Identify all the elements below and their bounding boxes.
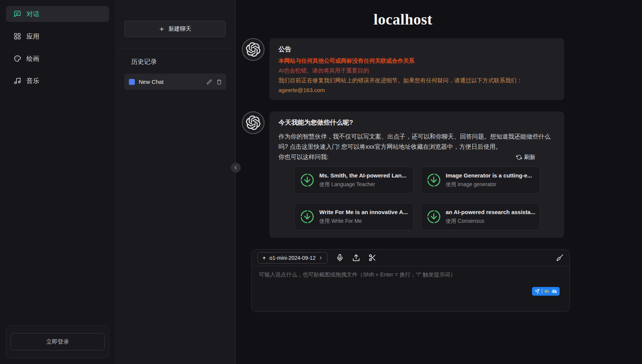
composer-input-area: 4k — [252, 266, 569, 312]
edit-icon[interactable] — [207, 79, 212, 85]
chat-list-header: 新建聊天 — [115, 0, 235, 48]
new-chat-button[interactable]: 新建聊天 — [124, 21, 226, 37]
refresh-label: 刷新 — [524, 154, 535, 161]
sidebar: 对话 应用 绘画 音乐 立即登录 — [0, 0, 115, 364]
message-input[interactable] — [259, 271, 562, 295]
history-heading: 历史记录 — [124, 57, 226, 66]
composer-toolbar: o1-mini-2024-09-12 — [252, 250, 569, 266]
new-chat-label: 新建聊天 — [169, 25, 191, 32]
palette-icon — [14, 55, 21, 62]
openai-logo-icon — [246, 42, 260, 57]
login-panel: 立即登录 — [6, 325, 109, 358]
login-button[interactable]: 立即登录 — [11, 333, 105, 350]
suggestion-title: Write For Me is an innovative A... — [319, 209, 408, 215]
download-circle-icon — [300, 173, 314, 187]
clear-broom-icon[interactable] — [556, 254, 564, 262]
sidebar-item-apps[interactable]: 应用 — [6, 28, 109, 44]
sidebar-item-music[interactable]: 音乐 — [6, 73, 109, 89]
sidebar-item-label: 对话 — [26, 10, 39, 19]
sidebar-item-chat[interactable]: 对话 — [6, 6, 109, 22]
download-circle-icon — [427, 210, 441, 224]
assistant-message-announcement: 公告 本网站与任何其他公司或商标没有任何关联或合作关系 AI也会犯错。请勿将其用… — [242, 38, 564, 100]
collapse-sidebar-button[interactable] — [231, 163, 241, 173]
suggestion-title: an AI-powered research assista... — [446, 209, 535, 215]
chevron-right-icon — [319, 256, 323, 260]
suggestion-subtitle: 使用 Write For Me — [319, 218, 408, 225]
announcement-heading: 公告 — [278, 45, 555, 54]
sparkle-icon — [262, 256, 266, 260]
assistant-avatar — [242, 111, 265, 134]
chat-color-swatch — [129, 79, 135, 85]
announcement-line2: AI也会犯错。请勿将其用于重要目的 — [278, 67, 555, 74]
welcome-body: 作为你的智慧伙伴，我不仅可以写文案、出点子，还可以和你聊天、回答问题。想知道我还… — [278, 131, 555, 152]
suggestion-card[interactable]: Image Generator is a cutting-e... 使用 ima… — [421, 167, 540, 194]
suggestion-title: Ms. Smith, the AI-powered Lan... — [319, 172, 406, 179]
suggestion-title: Image Generator is a cutting-e... — [446, 172, 532, 179]
music-note-icon — [14, 77, 21, 85]
chat-bubble-icon — [14, 10, 21, 18]
app-window: 对话 应用 绘画 音乐 立即登录 — [0, 0, 642, 364]
announcement-bubble: 公告 本网站与任何其他公司或商标没有任何关联或合作关系 AI也会犯错。请勿将其用… — [269, 38, 564, 100]
trash-icon[interactable] — [217, 79, 222, 85]
assistant-avatar — [242, 38, 265, 61]
send-icon — [535, 289, 540, 294]
announcement-line3: 我们目前正在修复我们网站上的错误并改进细节。如果您有任何疑问，请通过以下方式联系… — [278, 77, 555, 84]
chat-list-panel: 新建聊天 历史记录 New Chat — [115, 0, 236, 364]
chevron-left-icon — [233, 165, 238, 170]
sidebar-item-label: 应用 — [26, 32, 39, 41]
chat-item-actions — [207, 79, 222, 85]
contact-email-link[interactable]: ageerle@163.com — [278, 87, 555, 93]
composer: o1-mini-2024-09-12 — [251, 249, 570, 312]
badge-divider — [542, 289, 542, 294]
refresh-icon — [516, 154, 522, 160]
sidebar-item-drawing[interactable]: 绘画 — [6, 51, 109, 66]
suggestion-card[interactable]: Write For Me is an innovative A... 使用 Wr… — [294, 203, 414, 230]
upload-icon[interactable] — [352, 254, 360, 262]
model-label: o1-mini-2024-09-12 — [269, 255, 316, 261]
ask-hint: 你也可以这样问我: — [278, 153, 328, 161]
download-circle-icon — [300, 210, 314, 224]
suggestion-subtitle: 使用 Consensus — [446, 218, 535, 225]
apps-grid-icon — [14, 32, 21, 40]
main-chat-area: localhost 公告 本网站与任何其他公司或商标没有任何关联或合作关系 AI… — [236, 0, 642, 364]
suggestion-card[interactable]: Ms. Smith, the AI-powered Lan... 使用 Lang… — [294, 167, 414, 194]
microphone-icon[interactable] — [336, 254, 344, 262]
scissors-icon[interactable] — [368, 254, 376, 262]
suggestion-card[interactable]: an AI-powered research assista... 使用 Con… — [421, 203, 540, 230]
refresh-suggestions-button[interactable]: 刷新 — [516, 154, 535, 161]
welcome-heading: 今天我能为您做些什么呢? — [278, 118, 555, 127]
welcome-bubble: 今天我能为您做些什么呢? 作为你的智慧伙伴，我不仅可以写文案、出点子，还可以和你… — [269, 111, 564, 238]
page-title: localhost — [242, 11, 564, 28]
chat-item-title: New Chat — [139, 79, 203, 85]
openai-logo-icon — [246, 116, 260, 130]
suggestion-grid: Ms. Smith, the AI-powered Lan... 使用 Lang… — [294, 167, 540, 230]
sidebar-item-label: 音乐 — [26, 77, 39, 85]
plus-icon — [159, 26, 165, 32]
token-count: 4k — [552, 289, 557, 294]
download-circle-icon — [427, 173, 441, 187]
model-selector-button[interactable]: o1-mini-2024-09-12 — [257, 252, 328, 264]
send-token-badge[interactable]: 4k — [532, 287, 560, 296]
suggestion-subtitle: 使用 image generator — [446, 181, 532, 188]
battery-token-icon — [545, 289, 549, 294]
sidebar-item-label: 绘画 — [26, 54, 39, 63]
chat-history-item[interactable]: New Chat — [124, 74, 226, 90]
message-list: localhost 公告 本网站与任何其他公司或商标没有任何关联或合作关系 AI… — [242, 0, 564, 238]
suggestion-subtitle: 使用 Language Teacher — [319, 181, 406, 188]
announcement-line1: 本网站与任何其他公司或商标没有任何关联或合作关系 — [278, 57, 555, 65]
assistant-message-welcome: 今天我能为您做些什么呢? 作为你的智慧伙伴，我不仅可以写文案、出点子，还可以和你… — [242, 111, 564, 238]
